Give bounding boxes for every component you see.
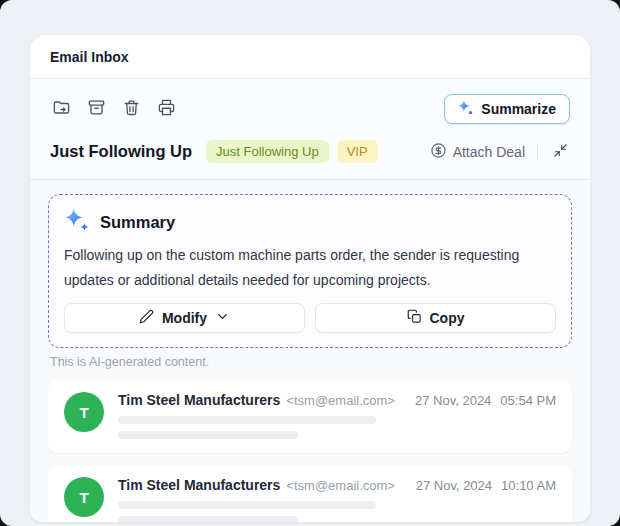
chevron-down-icon [215,309,230,327]
screenshot-frame: Email Inbox [0,0,620,526]
summary-body: Following up on the custom machine parts… [64,243,556,293]
avatar: T [64,477,104,517]
sender-address: <tsm@email.com> [286,478,395,493]
collapse-icon [553,143,568,161]
move-to-folder-button[interactable] [50,98,72,120]
email-list-item[interactable]: T Tim Steel Manufacturers <tsm@email.com… [48,465,572,522]
summary-actions: Modify [64,303,556,333]
email-date: 27 Nov, 2024 [415,393,491,408]
sender-address: <tsm@email.com> [286,393,395,408]
email-time: 05:54 PM [500,393,556,408]
sender-name: Tim Steel Manufacturers [118,477,280,493]
toolbar: Summarize [30,79,590,132]
email-item-main: Tim Steel Manufacturers <tsm@email.com> … [118,477,556,522]
archive-button[interactable] [85,98,107,120]
email-item-main: Tim Steel Manufacturers <tsm@email.com> … [118,392,556,439]
delete-button[interactable] [120,98,142,120]
preview-line [118,516,298,522]
modify-button[interactable]: Modify [64,303,305,333]
move-to-folder-icon [52,98,71,120]
summarize-button[interactable]: Summarize [444,94,570,124]
email-time: 10:10 AM [501,478,556,493]
email-inbox-card: Email Inbox [30,35,590,522]
ai-disclaimer: This is AI-generated content. [50,355,572,369]
ai-summary-panel: Summary Following up on the custom machi… [48,194,572,348]
email-list-item[interactable]: T Tim Steel Manufacturers <tsm@email.com… [48,380,572,453]
email-item-header: Tim Steel Manufacturers <tsm@email.com> … [118,392,556,408]
copy-icon [407,309,422,327]
tag-just-following-up[interactable]: Just Following Up [206,140,329,163]
copy-button[interactable]: Copy [315,303,556,333]
vertical-divider [537,143,538,161]
collapse-button[interactable] [550,142,570,162]
preview-line [118,431,298,439]
print-button[interactable] [155,98,177,120]
trash-icon [122,98,141,120]
card-header: Email Inbox [30,35,590,79]
email-timestamp: 27 Nov, 2024 05:54 PM [415,393,556,408]
email-item-header: Tim Steel Manufacturers <tsm@email.com> … [118,477,556,493]
dollar-circle-icon [430,142,447,162]
email-subject: Just Following Up [50,142,192,161]
sender-name: Tim Steel Manufacturers [118,392,280,408]
email-content-area: Summary Following up on the custom machi… [30,180,590,522]
attach-deal-button[interactable]: Attach Deal [430,142,525,162]
sparkle-icon [64,207,90,237]
copy-label: Copy [430,310,465,326]
email-timestamp: 27 Nov, 2024 10:10 AM [416,478,556,493]
sparkle-icon [458,100,473,118]
email-inbox-page: Email Inbox [0,0,620,526]
preview-line [118,416,376,424]
attach-deal-label: Attach Deal [453,144,525,160]
email-toolbar-block: Summarize Just Following Up Just Followi… [30,79,590,180]
archive-icon [87,98,106,120]
email-date: 27 Nov, 2024 [416,478,492,493]
summary-header: Summary [64,207,556,237]
subject-row: Just Following Up Just Following Up VIP … [30,132,590,179]
pencil-icon [139,309,154,327]
tag-vip[interactable]: VIP [337,140,378,163]
avatar: T [64,392,104,432]
summary-title: Summary [100,213,175,232]
printer-icon [157,98,176,120]
preview-line [118,501,376,509]
summarize-label: Summarize [481,101,556,117]
page-title: Email Inbox [50,49,129,65]
toolbar-icons [50,98,177,120]
modify-label: Modify [162,310,207,326]
